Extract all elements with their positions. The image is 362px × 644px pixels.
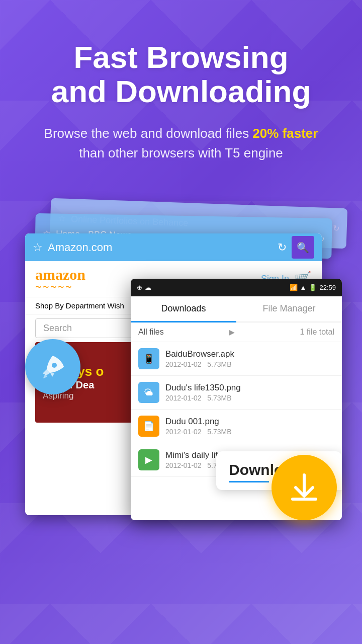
file-date: 2012-01-02 [165, 428, 202, 436]
file-date: 2012-01-02 [165, 394, 202, 402]
file-manager-tab-label: File Manager [262, 303, 315, 313]
file-info: BaiduBrowser.apk 2012-01-02 5.73MB [165, 349, 334, 368]
signal-icon: 📶 [290, 284, 298, 291]
headline-line1: Fast Browsing [73, 40, 288, 74]
tab-downloads[interactable]: Downloads [131, 296, 236, 323]
amazon-logo: amazon〜〜〜〜〜 [35, 266, 85, 292]
amazon-url-bar[interactable]: ☆ Amazon.com ↻ 🔍 [25, 233, 322, 261]
file-icon-png-doc: 📄 [138, 416, 159, 437]
subheadline: Browse the web and download files 20% fa… [14, 124, 348, 163]
file-info: Dudu 001.png 2012-01-02 5.73MB [165, 417, 334, 436]
browser-area: ☆ Online Portfolios on Behance ↻ ☆ Home … [10, 188, 352, 540]
speed-highlight: 20% faster [252, 126, 318, 141]
svg-point-0 [52, 363, 57, 368]
star-icon-amazon: ☆ [33, 241, 43, 254]
panel-tabs: Downloads File Manager [131, 296, 342, 323]
wifi-icon: ▲ [300, 284, 307, 291]
headline-line2: and Downloading [51, 74, 311, 109]
status-icons-right: 📶 ▲ 🔋 22:59 [290, 284, 336, 291]
download-icon [287, 470, 322, 505]
file-name: Dudu's life1350.png [165, 383, 334, 393]
status-bar: ⊕ ☁ 📶 ▲ 🔋 22:59 [131, 279, 342, 296]
list-item[interactable]: 🌥 Dudu's life1350.png 2012-01-02 5.73MB [131, 376, 342, 410]
file-meta: 2012-01-02 5.73MB [165, 360, 334, 368]
file-icon-mp3: ▶ [138, 449, 159, 470]
file-count-label: 1 file total [300, 328, 334, 337]
file-name: BaiduBrowser.apk [165, 349, 334, 359]
status-time: 22:59 [319, 284, 336, 291]
apk-icon: 📱 [143, 353, 154, 364]
file-size: 5.73MB [207, 428, 231, 436]
amazon-search-placeholder: Search [43, 323, 72, 333]
main-content: Fast Browsing and Downloading Browse the… [0, 0, 362, 540]
file-meta: 2012-01-02 5.73MB [165, 394, 334, 402]
play-icon: ▶ [145, 454, 152, 465]
file-meta: 2012-01-02 5.73MB [165, 428, 334, 436]
status-icons-left: ⊕ ☁ [137, 284, 151, 291]
subheadline-prefix: Browse the web and download files [44, 126, 253, 141]
main-headline: Fast Browsing and Downloading [31, 40, 331, 109]
amazon-nav-text: Shop By Department Wish [35, 301, 124, 310]
search-button[interactable]: 🔍 [292, 236, 314, 259]
doc-icon: 📄 [143, 421, 154, 432]
file-info: Dudu's life1350.png 2012-01-02 5.73MB [165, 383, 334, 402]
tab-file-manager[interactable]: File Manager [236, 296, 342, 321]
battery-icon: 🔋 [309, 284, 317, 291]
file-date: 2012-01-02 [165, 360, 202, 368]
downloads-tab-label: Downloads [161, 303, 206, 313]
cloud-icon: 🌥 [144, 387, 153, 398]
filter-arrow-icon: ▶ [229, 328, 235, 336]
file-name: Dudu 001.png [165, 417, 334, 427]
refresh-icon-amazon[interactable]: ↻ [278, 241, 287, 254]
filter-label: All files [138, 328, 164, 337]
amazon-url-text: Amazon.com [48, 241, 273, 254]
file-icon-png-cloud: 🌥 [138, 382, 159, 403]
file-icon-apk: 📱 [138, 348, 159, 369]
weather-icon: ☁ [145, 284, 151, 291]
filter-bar: All files ▶ 1 file total [131, 323, 342, 342]
notification-icon: ⊕ [137, 284, 142, 291]
search-icon: 🔍 [297, 242, 309, 254]
file-size: 5.73MB [207, 360, 231, 368]
amazon-logo-text: amazon [35, 266, 85, 283]
file-date: 2012-01-02 [165, 461, 202, 469]
subheadline-suffix: than other browsers with T5 engine [79, 145, 283, 160]
download-circle-button[interactable] [272, 455, 337, 520]
list-item[interactable]: 📄 Dudu 001.png 2012-01-02 5.73MB [131, 410, 342, 443]
rocket-icon [38, 352, 68, 382]
refresh-icon-behance: ↻ [333, 223, 340, 233]
file-size: 5.73MB [207, 394, 231, 402]
rocket-button[interactable] [25, 339, 80, 394]
downloads-underline [229, 481, 269, 482]
list-item[interactable]: 📱 BaiduBrowser.apk 2012-01-02 5.73MB [131, 342, 342, 376]
